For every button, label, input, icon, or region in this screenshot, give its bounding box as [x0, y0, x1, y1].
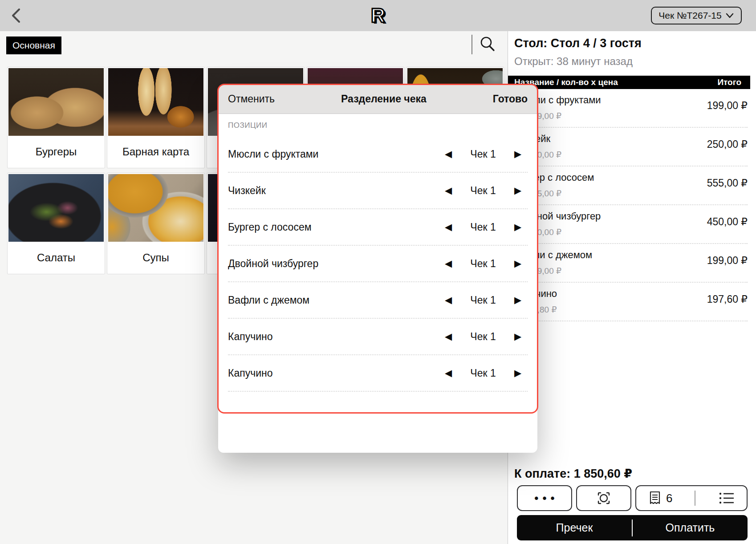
chevron-down-icon: [725, 12, 734, 19]
next-check-arrow[interactable]: ▶: [508, 149, 528, 159]
payment-action-bar: Пречек Оплатить: [517, 515, 748, 540]
column-name-label: Название / кол-во х цена: [514, 77, 717, 87]
search-icon: [478, 35, 497, 53]
item-total: 450,00 ₽: [707, 216, 748, 228]
split-item-row: Бургер с лососем ◀ Чек 1 ▶: [228, 209, 528, 246]
search-divider: [471, 35, 472, 54]
receipts-list-button[interactable]: 6: [635, 485, 748, 511]
category-photo: [108, 174, 203, 242]
category-label: Супы: [107, 242, 204, 274]
category-photo: [108, 68, 203, 136]
item-total: 250,00 ₽: [707, 138, 748, 150]
order-item-row[interactable]: Чизкейк 1 х 250,00 ₽ 250,00 ₽: [514, 128, 748, 166]
prev-check-arrow[interactable]: ◀: [439, 222, 458, 232]
item-total: 199,00 ₽: [707, 100, 748, 112]
button-divider: [695, 491, 695, 506]
category-label: Салаты: [8, 242, 105, 274]
prev-check-arrow[interactable]: ◀: [439, 368, 458, 378]
check-selector-label: Чек №Т267-15: [658, 10, 721, 21]
assigned-check-label: Чек 1: [458, 331, 508, 343]
scan-button[interactable]: [576, 485, 631, 511]
split-items-list: Мюсли с фруктами ◀ Чек 1 ▶ Чизкейк ◀ Чек…: [228, 136, 528, 392]
split-item-name: Капучино: [228, 367, 439, 379]
menu-tab-main[interactable]: Основная: [6, 37, 61, 54]
receipt-count: 6: [666, 491, 672, 505]
assigned-check-label: Чек 1: [458, 148, 508, 160]
assigned-check-label: Чек 1: [458, 221, 508, 233]
more-actions-button[interactable]: •••: [517, 485, 572, 511]
split-item-name: Чизкейк: [228, 185, 439, 197]
prev-check-arrow[interactable]: ◀: [439, 295, 458, 305]
amount-due: К оплате: 1 850,60 ₽: [514, 467, 632, 481]
modal-header: Отменить Разделение чека Готово: [218, 85, 537, 114]
assigned-check-label: Чек 1: [458, 367, 508, 379]
split-item-name: Капучино: [228, 331, 439, 343]
category-tile-soups[interactable]: Супы: [107, 173, 205, 274]
assigned-check-label: Чек 1: [458, 185, 508, 197]
positions-section-label: ПОЗИЦИИ: [228, 121, 267, 130]
assigned-check-label: Чек 1: [458, 294, 508, 306]
order-item-row[interactable]: Мюсли с фруктами 1 х 199,00 ₽ 199,00 ₽: [514, 89, 748, 128]
modal-title: Разделение чека: [275, 93, 493, 105]
precheck-button[interactable]: Пречек: [517, 521, 632, 534]
item-total: 199,00 ₽: [707, 255, 748, 267]
split-item-row: Мюсли с фруктами ◀ Чек 1 ▶: [228, 136, 528, 173]
item-total: 197,60 ₽: [707, 293, 748, 305]
next-check-arrow[interactable]: ▶: [508, 222, 528, 232]
category-photo: [8, 68, 104, 136]
order-panel: Стол: Стол 4 / 3 гостя Открыт: 38 минут …: [508, 31, 756, 544]
done-button[interactable]: Готово: [493, 93, 528, 105]
assigned-check-label: Чек 1: [458, 258, 508, 270]
next-check-arrow[interactable]: ▶: [508, 258, 528, 269]
order-item-row[interactable]: Капучино 2 х 98,80 ₽ 197,60 ₽: [514, 283, 748, 321]
category-tile-salads[interactable]: Салаты: [7, 173, 105, 274]
order-item-row[interactable]: Двойной чизбургер 1 х 450,00 ₽ 450,00 ₽: [514, 205, 748, 244]
search-button[interactable]: [478, 35, 500, 54]
split-item-row: Вафли с джемом ◀ Чек 1 ▶: [228, 282, 528, 319]
split-item-row: Капучино ◀ Чек 1 ▶: [228, 319, 528, 355]
order-item-row[interactable]: Вафли с джемом 1 х 199,00 ₽ 199,00 ₽: [514, 244, 748, 283]
receipts-button-content: 6: [636, 489, 747, 507]
next-check-arrow[interactable]: ▶: [508, 295, 528, 305]
prev-check-arrow[interactable]: ◀: [439, 185, 458, 196]
prev-check-arrow[interactable]: ◀: [439, 331, 458, 342]
split-item-name: Мюсли с фруктами: [228, 148, 439, 160]
prev-check-arrow[interactable]: ◀: [439, 258, 458, 269]
split-item-name: Двойной чизбургер: [228, 258, 439, 270]
category-tile-burgers[interactable]: Бургеры: [7, 67, 105, 168]
order-table-header: Название / кол-во х цена Итого: [508, 76, 750, 89]
next-check-arrow[interactable]: ▶: [508, 331, 528, 342]
check-selector-dropdown[interactable]: Чек №Т267-15: [651, 7, 742, 24]
app-logo: R: [0, 4, 756, 28]
split-item-name: Бургер с лососем: [228, 221, 439, 233]
prev-check-arrow[interactable]: ◀: [439, 149, 458, 159]
next-check-arrow[interactable]: ▶: [508, 368, 528, 378]
category-label: Барная карта: [107, 136, 204, 168]
table-info: Стол: Стол 4 / 3 гостя: [514, 37, 642, 50]
category-label: Бургеры: [8, 136, 105, 168]
split-item-row: Двойной чизбургер ◀ Чек 1 ▶: [228, 246, 528, 282]
receipt-icon: [647, 489, 663, 507]
split-item-row: Чизкейк ◀ Чек 1 ▶: [228, 173, 528, 209]
split-check-modal: Отменить Разделение чека Готово ПОЗИЦИИ …: [218, 85, 537, 453]
scan-icon: [594, 488, 614, 508]
item-total: 555,00 ₽: [707, 177, 748, 189]
column-total-label: Итого: [717, 77, 741, 87]
split-item-row: Капучино ◀ Чек 1 ▶: [228, 355, 528, 392]
split-item-name: Вафли с джемом: [228, 294, 439, 306]
pos-app: R Чек №Т267-15 Основная Бургеры Барная к…: [0, 0, 756, 544]
next-check-arrow[interactable]: ▶: [508, 185, 528, 196]
cancel-button[interactable]: Отменить: [228, 93, 275, 105]
list-icon[interactable]: [718, 491, 736, 505]
ellipsis-icon: •••: [530, 494, 558, 503]
order-items-list: Мюсли с фруктами 1 х 199,00 ₽ 199,00 ₽ Ч…: [514, 89, 748, 321]
category-photo: [8, 174, 104, 242]
category-tile-bar[interactable]: Барная карта: [107, 67, 205, 168]
pay-button[interactable]: Оплатить: [633, 521, 748, 534]
order-item-row[interactable]: Бургер с лососем 1 х 555,00 ₽ 555,00 ₽: [514, 166, 748, 205]
receipt-count-group[interactable]: 6: [647, 489, 672, 507]
opened-time: Открыт: 38 минут назад: [514, 55, 633, 68]
top-bar: R Чек №Т267-15: [0, 0, 756, 32]
